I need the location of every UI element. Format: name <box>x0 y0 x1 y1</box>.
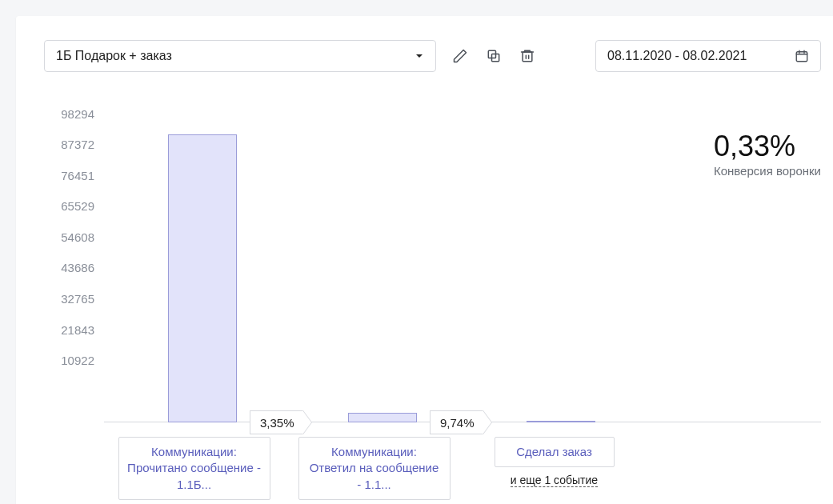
funnel-select[interactable]: 1Б Подарок + заказ <box>44 40 436 72</box>
svg-rect-2 <box>523 52 532 62</box>
copy-button[interactable] <box>484 46 503 66</box>
funnel-conversion-value: 0,33% <box>714 130 821 162</box>
chart-area: 98294 87372 76451 65529 54608 43686 3276… <box>44 102 821 422</box>
pencil-icon <box>452 48 468 64</box>
y-tick: 32765 <box>61 292 94 306</box>
x-axis-labels: Коммуникации: Прочитано сообщение - 1.1Б… <box>104 437 821 500</box>
step-label-3[interactable]: Сделал заказ <box>495 437 615 467</box>
edit-button[interactable] <box>451 46 470 66</box>
y-tick: 87372 <box>61 138 94 151</box>
bar-step-1 <box>168 134 237 422</box>
funnel-summary: 0,33% Конверсия воронки <box>714 130 821 178</box>
date-range-label: 08.11.2020 - 08.02.2021 <box>607 49 747 63</box>
bar-step-3 <box>527 421 595 422</box>
calendar-icon <box>795 49 809 63</box>
step-label-2[interactable]: Коммуникации: Ответил на сообщение - 1.1… <box>298 437 451 500</box>
caret-down-icon <box>414 51 424 61</box>
conversion-badge-2: 9,74% <box>430 410 483 434</box>
y-axis: 98294 87372 76451 65529 54608 43686 3276… <box>44 102 104 422</box>
trash-icon <box>519 48 535 64</box>
y-tick: 43686 <box>61 261 94 274</box>
funnel-card: 1Б Подарок + заказ 08.11.2020 - 08.02.20… <box>16 16 833 504</box>
funnel-conversion-label: Конверсия воронки <box>714 164 821 178</box>
step-label-1[interactable]: Коммуникации: Прочитано сообщение - 1.1Б… <box>118 437 270 500</box>
svg-rect-3 <box>796 52 807 62</box>
more-events-link[interactable]: и еще 1 событие <box>511 474 598 487</box>
y-tick: 98294 <box>61 107 94 121</box>
funnel-select-label: 1Б Подарок + заказ <box>56 49 172 63</box>
y-tick: 10922 <box>61 354 94 367</box>
toolbar: 1Б Подарок + заказ 08.11.2020 - 08.02.20… <box>44 40 821 72</box>
conversion-value: 9,74% <box>440 416 475 430</box>
plot-area: 3,35% 9,74% 0,33% Конверсия воронки <box>104 102 821 422</box>
y-tick: 76451 <box>61 168 94 182</box>
conversion-badge-1: 3,35% <box>250 410 303 434</box>
date-range-picker[interactable]: 08.11.2020 - 08.02.2021 <box>595 40 821 72</box>
y-tick: 21843 <box>61 322 94 336</box>
y-tick: 65529 <box>61 199 94 213</box>
copy-icon <box>486 48 502 64</box>
y-tick: 54608 <box>61 230 94 244</box>
conversion-value: 3,35% <box>260 416 294 430</box>
bar-step-2 <box>348 413 417 422</box>
delete-button[interactable] <box>518 46 537 66</box>
